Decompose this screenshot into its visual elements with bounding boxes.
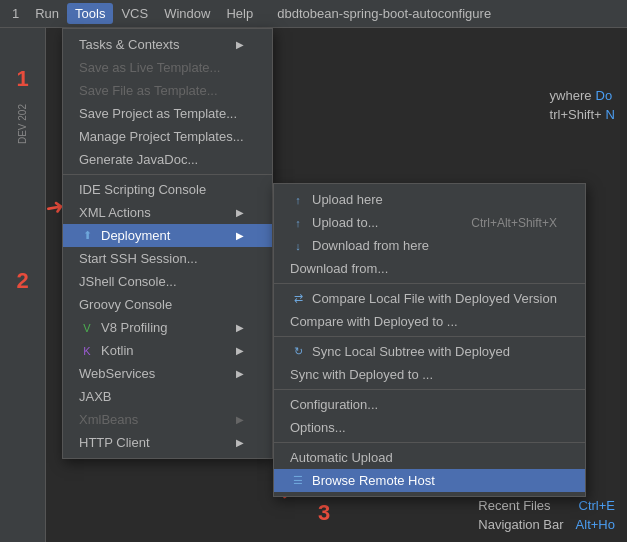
sidebar-label: DEV 202	[17, 104, 28, 144]
sub-separator-4	[274, 442, 585, 443]
xmlbeans-arrow: ▶	[236, 414, 244, 425]
submenu-configuration[interactable]: Configuration...	[274, 393, 585, 416]
submenu-browse-remote[interactable]: ☰ Browse Remote Host	[274, 469, 585, 492]
compare-icon: ⇄	[290, 292, 306, 305]
menu-kotlin[interactable]: K Kotlin ▶	[63, 339, 272, 362]
separator-1	[63, 174, 272, 175]
menubar-item-tools[interactable]: Tools	[67, 3, 113, 24]
submenu-download-from[interactable]: Download from...	[274, 257, 585, 280]
submenu-upload-here[interactable]: ↑ Upload here	[274, 188, 585, 211]
v8-arrow: ▶	[236, 322, 244, 333]
menu-start-ssh[interactable]: Start SSH Session...	[63, 247, 272, 270]
http-client-arrow: ▶	[236, 437, 244, 448]
step-3: 3	[318, 500, 330, 526]
submenu-arrow: ▶	[236, 39, 244, 50]
find-action: trl+Shift+ N	[550, 107, 615, 122]
xml-actions-arrow: ▶	[236, 207, 244, 218]
menu-save-live-template[interactable]: Save as Live Template...	[63, 56, 272, 79]
menu-v8-profiling[interactable]: V V8 Profiling ▶	[63, 316, 272, 339]
sub-separator-2	[274, 336, 585, 337]
kotlin-icon: K	[79, 345, 95, 357]
menubar-item-vcs[interactable]: VCS	[113, 3, 156, 24]
project-title: dbdtobean-spring-boot-autoconfigure	[277, 6, 491, 21]
menu-webservices[interactable]: WebServices ▶	[63, 362, 272, 385]
menu-jaxb[interactable]: JAXB	[63, 385, 272, 408]
deployment-icon: ⬆	[79, 229, 95, 242]
menu-save-file-template[interactable]: Save File as Template...	[63, 79, 272, 102]
step-1: 1	[16, 66, 28, 92]
v8-icon: V	[79, 322, 95, 334]
menu-xmlbeans[interactable]: XmlBeans ▶	[63, 408, 272, 431]
sub-separator-3	[274, 389, 585, 390]
recent-files-shortcut: Ctrl+E	[579, 498, 615, 513]
navigation-bar-label: Navigation Bar	[478, 517, 563, 532]
upload-to-icon: ↑	[290, 217, 306, 229]
menubar-item-window[interactable]: Window	[156, 3, 218, 24]
menubar-item-1[interactable]: 1	[4, 3, 27, 24]
recent-files-item[interactable]: Recent Files Ctrl+E	[478, 496, 615, 515]
menubar: 1 Run Tools VCS Window Help dbdtobean-sp…	[0, 0, 627, 28]
deployment-arrow: ▶	[236, 230, 244, 241]
navigation-bar-item[interactable]: Navigation Bar Alt+Ho	[478, 515, 615, 534]
menu-manage-templates[interactable]: Manage Project Templates...	[63, 125, 272, 148]
right-panel-partial: ywhere Do trl+Shift+ N	[538, 80, 627, 130]
menu-tasks-contexts[interactable]: Tasks & Contexts ▶	[63, 33, 272, 56]
browse-icon: ☰	[290, 474, 306, 487]
find-everywhere: ywhere Do	[550, 88, 615, 103]
menubar-item-run[interactable]: Run	[27, 3, 67, 24]
menu-groovy-console[interactable]: Groovy Console	[63, 293, 272, 316]
webservices-arrow: ▶	[236, 368, 244, 379]
kotlin-arrow: ▶	[236, 345, 244, 356]
navigation-bar-shortcut: Alt+Ho	[576, 517, 615, 532]
sub-separator-1	[274, 283, 585, 284]
tools-menu: Tasks & Contexts ▶ Save as Live Template…	[62, 28, 273, 459]
submenu-options[interactable]: Options...	[274, 416, 585, 439]
step-2: 2	[16, 268, 28, 294]
deployment-submenu: ↑ Upload here ↑ Upload to... Ctrl+Alt+Sh…	[273, 183, 586, 497]
menubar-item-help[interactable]: Help	[218, 3, 261, 24]
submenu-sync-local[interactable]: ↻ Sync Local Subtree with Deployed	[274, 340, 585, 363]
recent-files-label: Recent Files	[478, 498, 550, 513]
menu-save-project-template[interactable]: Save Project as Template...	[63, 102, 272, 125]
menu-deployment[interactable]: ⬆ Deployment ▶	[63, 224, 272, 247]
menu-http-client[interactable]: HTTP Client ▶	[63, 431, 272, 454]
sync-icon: ↻	[290, 345, 306, 358]
submenu-compare-local[interactable]: ⇄ Compare Local File with Deployed Versi…	[274, 287, 585, 310]
menu-generate-javadoc[interactable]: Generate JavaDoc...	[63, 148, 272, 171]
upload-to-shortcut: Ctrl+Alt+Shift+X	[471, 216, 557, 230]
submenu-automatic-upload[interactable]: Automatic Upload	[274, 446, 585, 469]
submenu-upload-to[interactable]: ↑ Upload to... Ctrl+Alt+Shift+X	[274, 211, 585, 234]
menu-ide-scripting[interactable]: IDE Scripting Console	[63, 178, 272, 201]
download-here-icon: ↓	[290, 240, 306, 252]
upload-here-icon: ↑	[290, 194, 306, 206]
menu-xml-actions[interactable]: XML Actions ▶	[63, 201, 272, 224]
sidebar: 1 DEV 202 2	[0, 28, 46, 542]
submenu-compare-with[interactable]: Compare with Deployed to ...	[274, 310, 585, 333]
submenu-sync-with[interactable]: Sync with Deployed to ...	[274, 363, 585, 386]
menu-jshell[interactable]: JShell Console...	[63, 270, 272, 293]
submenu-download-here[interactable]: ↓ Download from here	[274, 234, 585, 257]
